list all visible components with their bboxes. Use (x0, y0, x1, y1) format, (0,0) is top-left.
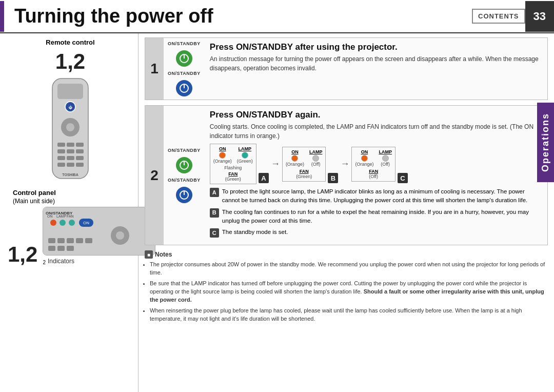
main-content: Remote control 1,2 ⏻ (0, 33, 554, 392)
indicator-box-b: ON (Orange) LAMP (Off) FAN (Green) (282, 147, 326, 182)
step-2-content: Press ON/STANDBY again. Cooling starts. … (205, 106, 547, 245)
svg-text:ON: ON (83, 221, 89, 225)
step-1-number: 1 (145, 38, 164, 100)
svg-point-5 (66, 123, 74, 131)
svg-rect-11 (76, 149, 84, 153)
step-2-number: 2 (145, 106, 164, 245)
note-item-3: When reinserting the power plug before t… (150, 307, 548, 323)
on-standby-btn-green (176, 50, 192, 67)
notes-section: ■ Notes The projector consumes about 20W… (145, 250, 548, 323)
step-1-content: Press ON/STANDBY after using the project… (205, 38, 547, 100)
svg-text:LAMP: LAMP (56, 214, 66, 218)
svg-rect-1 (57, 84, 83, 99)
svg-rect-33 (85, 238, 92, 243)
step-2-box: 2 ON/STANDBY ON/STANDBY Press ON/STANDBY… (145, 105, 548, 245)
svg-point-23 (60, 220, 66, 226)
step-1-box: 1 ON/STANDBY ON/STANDBY Press ON/STANDBY… (145, 37, 548, 100)
notes-title: Notes (155, 251, 172, 258)
remote-svg: ⏻ TOSHIBA (45, 76, 96, 184)
svg-rect-10 (67, 149, 74, 153)
svg-rect-34 (48, 246, 55, 251)
abc-text-b: The cooling fan continues to run for a w… (222, 208, 542, 226)
abc-item-a: A To protect the light source lamp, the … (210, 187, 542, 205)
arrow-2: → (340, 159, 349, 169)
note-item-2: Be sure that the LAMP indicator has turn… (150, 280, 548, 304)
circle-on-c (361, 155, 368, 162)
step-number-bottom: 1,2 (8, 242, 37, 267)
svg-rect-8 (76, 143, 84, 147)
on-standby-btn-blue-1 (176, 80, 192, 96)
step-number-top: 1,2 (8, 49, 133, 74)
abc-badge-b: B (210, 208, 219, 218)
circle-on-a (219, 152, 226, 159)
step-1-icons: ON/STANDBY ON/STANDBY (164, 38, 205, 100)
circle-on-b (291, 155, 298, 162)
notes-icon: ■ (145, 250, 153, 259)
svg-text:TOSHIBA: TOSHIBA (62, 173, 78, 177)
abc-item-c: C The standby mode is set. (210, 228, 542, 238)
svg-rect-31 (67, 238, 74, 243)
right-panel: 1 ON/STANDBY ON/STANDBY Press ON/STANDBY… (138, 33, 554, 392)
indicator-diagrams: ON (Orange) LAMP (Green) Flashing FA (210, 144, 542, 184)
control-panel-sub: (Main unit side) (8, 198, 133, 205)
svg-rect-29 (48, 238, 55, 243)
svg-point-22 (50, 220, 56, 226)
page-title: Turning the power off (4, 0, 472, 32)
on-standby-label-2a: ON/STANDBY (168, 148, 201, 153)
svg-rect-14 (76, 156, 84, 160)
svg-rect-13 (67, 156, 74, 160)
svg-rect-16 (67, 163, 74, 167)
contents-button[interactable]: CONTENTS (472, 9, 525, 24)
svg-rect-32 (76, 238, 83, 243)
page-number: 33 (525, 1, 554, 32)
svg-rect-7 (67, 143, 74, 147)
ind-letter-b: B (328, 173, 338, 183)
operations-tab: Operations (537, 103, 554, 182)
number-2-label: 2 (43, 260, 46, 265)
circle-lamp-b (312, 155, 319, 162)
step-1-title: Press ON/STANDBY after using the project… (210, 42, 542, 52)
step-2-icons: ON/STANDBY ON/STANDBY (164, 106, 205, 245)
abc-text-a: To protect the light source lamp, the LA… (222, 187, 542, 205)
indicators-label: Indicators (48, 258, 74, 265)
arrow-1: → (271, 159, 280, 169)
page-header: Turning the power off CONTENTS 33 (0, 0, 554, 33)
svg-rect-30 (57, 238, 65, 243)
note-item-1: The projector consumes about 20W of powe… (150, 261, 548, 277)
svg-point-28 (116, 231, 124, 240)
ind-letter-a: A (259, 173, 269, 183)
svg-rect-15 (57, 163, 65, 167)
remote-control-label: Remote control (8, 38, 133, 46)
svg-point-24 (69, 220, 75, 226)
bold-phrase: Should a fault or some other irregularit… (150, 288, 544, 303)
indicator-box-a: ON (Orange) LAMP (Green) Flashing FA (210, 144, 256, 184)
on-standby-btn-green-2 (176, 157, 192, 173)
on-standby-btn-blue-2 (176, 187, 192, 203)
abc-badge-c: C (210, 228, 219, 238)
notes-header: ■ Notes (145, 250, 548, 259)
indicator-box-c: ON (Orange) LAMP (Off) FAN (Off) (351, 147, 395, 182)
control-panel-label: Control panel (8, 189, 133, 197)
svg-text:ON: ON (47, 214, 53, 218)
circle-lamp-a (242, 152, 248, 159)
remote-control-image: ⏻ TOSHIBA (8, 76, 133, 184)
abc-text-c: The standby mode is set. (222, 228, 288, 238)
svg-rect-35 (57, 246, 65, 251)
ind-letter-c: C (398, 173, 408, 183)
on-standby-label-2b: ON/STANDBY (168, 178, 201, 183)
accent-bar (0, 1, 4, 32)
abc-descriptions: A To protect the light source lamp, the … (210, 187, 542, 238)
svg-text:FAN: FAN (67, 214, 74, 218)
svg-rect-6 (57, 143, 65, 147)
notes-list: The projector consumes about 20W of powe… (145, 261, 548, 323)
abc-item-b: B The cooling fan continues to run for a… (210, 208, 542, 226)
step-2-desc: Cooling starts. Once cooling is complete… (210, 122, 542, 141)
svg-rect-36 (67, 246, 74, 251)
step-2-title: Press ON/STANDBY again. (210, 110, 542, 120)
on-standby-label-1b: ON/STANDBY (168, 71, 201, 76)
svg-rect-12 (57, 156, 65, 160)
svg-text:⏻: ⏻ (69, 105, 72, 109)
on-standby-label-1a: ON/STANDBY (168, 41, 201, 46)
circle-lamp-c (382, 155, 389, 162)
abc-badge-a: A (210, 188, 219, 197)
